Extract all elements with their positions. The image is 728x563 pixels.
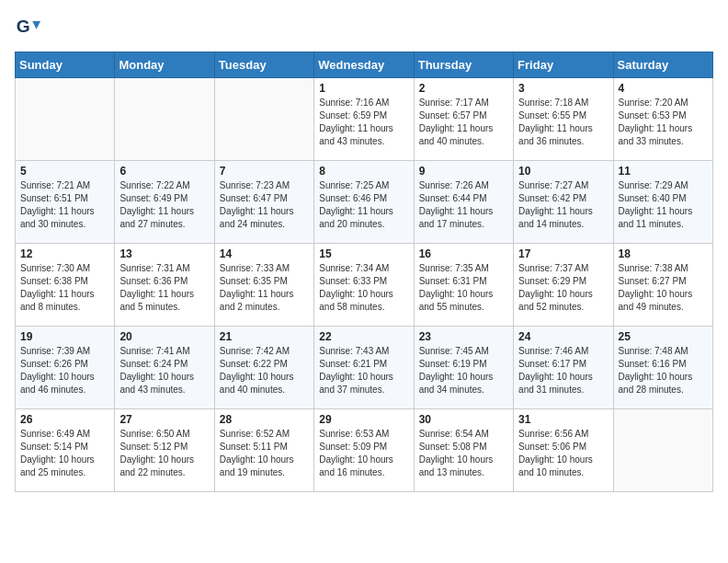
day-number: 26: [20, 413, 109, 426]
calendar-table: SundayMondayTuesdayWednesdayThursdayFrid…: [15, 52, 713, 492]
calendar-cell: 6Sunrise: 7:22 AM Sunset: 6:49 PM Daylig…: [115, 161, 214, 244]
calendar-cell: 29Sunrise: 6:53 AM Sunset: 5:09 PM Dayli…: [314, 409, 414, 492]
calendar-cell: 14Sunrise: 7:33 AM Sunset: 6:35 PM Dayli…: [214, 244, 313, 327]
day-number: 6: [119, 165, 209, 178]
day-info: Sunrise: 6:53 AM Sunset: 5:09 PM Dayligh…: [319, 428, 408, 479]
calendar-week-1: 1Sunrise: 7:16 AM Sunset: 6:59 PM Daylig…: [16, 78, 713, 161]
day-info: Sunrise: 6:52 AM Sunset: 5:11 PM Dayligh…: [220, 428, 309, 479]
calendar-cell: 8Sunrise: 7:25 AM Sunset: 6:46 PM Daylig…: [314, 161, 414, 244]
day-info: Sunrise: 7:18 AM Sunset: 6:55 PM Dayligh…: [518, 97, 608, 148]
day-number: 27: [119, 413, 209, 426]
day-number: 5: [20, 165, 109, 178]
day-number: 13: [119, 247, 209, 260]
day-info: Sunrise: 7:45 AM Sunset: 6:19 PM Dayligh…: [419, 345, 508, 396]
day-info: Sunrise: 7:20 AM Sunset: 6:53 PM Dayligh…: [619, 97, 708, 148]
day-number: 15: [319, 247, 408, 260]
calendar-cell: [115, 78, 214, 161]
day-info: Sunrise: 7:16 AM Sunset: 6:59 PM Dayligh…: [319, 97, 408, 148]
calendar-cell: 31Sunrise: 6:56 AM Sunset: 5:06 PM Dayli…: [514, 409, 613, 492]
day-info: Sunrise: 7:17 AM Sunset: 6:57 PM Dayligh…: [419, 97, 508, 148]
calendar-week-3: 12Sunrise: 7:30 AM Sunset: 6:38 PM Dayli…: [16, 244, 713, 327]
day-info: Sunrise: 7:29 AM Sunset: 6:40 PM Dayligh…: [619, 179, 708, 231]
calendar-cell: [214, 78, 313, 161]
day-number: 12: [20, 247, 109, 260]
calendar-header-row: SundayMondayTuesdayWednesdayThursdayFrid…: [16, 52, 713, 78]
day-info: Sunrise: 7:26 AM Sunset: 6:44 PM Dayligh…: [419, 179, 508, 231]
day-info: Sunrise: 6:50 AM Sunset: 5:12 PM Dayligh…: [119, 428, 209, 479]
page-header: G: [15, 15, 713, 40]
day-number: 30: [419, 413, 508, 426]
day-number: 11: [619, 165, 708, 178]
logo-icon: G: [15, 15, 40, 40]
calendar-cell: 25Sunrise: 7:48 AM Sunset: 6:16 PM Dayli…: [613, 327, 712, 409]
day-number: 4: [619, 82, 708, 95]
calendar-cell: 3Sunrise: 7:18 AM Sunset: 6:55 PM Daylig…: [514, 78, 613, 161]
calendar-week-2: 5Sunrise: 7:21 AM Sunset: 6:51 PM Daylig…: [16, 161, 713, 244]
calendar-cell: 4Sunrise: 7:20 AM Sunset: 6:53 PM Daylig…: [613, 78, 712, 161]
day-info: Sunrise: 7:23 AM Sunset: 6:47 PM Dayligh…: [220, 179, 309, 231]
calendar-week-5: 26Sunrise: 6:49 AM Sunset: 5:14 PM Dayli…: [16, 409, 713, 492]
day-info: Sunrise: 7:43 AM Sunset: 6:21 PM Dayligh…: [319, 345, 408, 396]
day-header-tuesday: Tuesday: [214, 52, 313, 78]
day-number: 21: [220, 330, 309, 343]
day-header-monday: Monday: [115, 52, 214, 78]
calendar-cell: 9Sunrise: 7:26 AM Sunset: 6:44 PM Daylig…: [414, 161, 513, 244]
day-number: 28: [220, 413, 309, 426]
day-info: Sunrise: 7:42 AM Sunset: 6:22 PM Dayligh…: [220, 345, 309, 396]
day-number: 8: [319, 165, 408, 178]
day-number: 22: [319, 330, 408, 343]
svg-text:G: G: [17, 17, 30, 36]
calendar-cell: 17Sunrise: 7:37 AM Sunset: 6:29 PM Dayli…: [514, 244, 613, 327]
day-info: Sunrise: 7:21 AM Sunset: 6:51 PM Dayligh…: [20, 179, 109, 231]
calendar-cell: 24Sunrise: 7:46 AM Sunset: 6:17 PM Dayli…: [514, 327, 613, 409]
day-info: Sunrise: 7:35 AM Sunset: 6:31 PM Dayligh…: [419, 262, 508, 314]
calendar-cell: 21Sunrise: 7:42 AM Sunset: 6:22 PM Dayli…: [214, 327, 313, 409]
day-info: Sunrise: 6:49 AM Sunset: 5:14 PM Dayligh…: [20, 428, 109, 479]
day-info: Sunrise: 6:54 AM Sunset: 5:08 PM Dayligh…: [419, 428, 508, 479]
day-number: 29: [319, 413, 408, 426]
day-number: 31: [518, 413, 608, 426]
day-number: 18: [619, 247, 708, 260]
calendar-cell: 20Sunrise: 7:41 AM Sunset: 6:24 PM Dayli…: [115, 327, 214, 409]
calendar-cell: 15Sunrise: 7:34 AM Sunset: 6:33 PM Dayli…: [314, 244, 414, 327]
calendar-cell: 11Sunrise: 7:29 AM Sunset: 6:40 PM Dayli…: [613, 161, 712, 244]
day-info: Sunrise: 7:38 AM Sunset: 6:27 PM Dayligh…: [619, 262, 708, 314]
calendar-cell: [613, 409, 712, 492]
day-number: 23: [419, 330, 508, 343]
day-header-saturday: Saturday: [613, 52, 712, 78]
day-header-sunday: Sunday: [16, 52, 115, 78]
day-number: 24: [518, 330, 608, 343]
calendar-cell: 23Sunrise: 7:45 AM Sunset: 6:19 PM Dayli…: [414, 327, 513, 409]
day-info: Sunrise: 7:27 AM Sunset: 6:42 PM Dayligh…: [518, 179, 608, 231]
day-info: Sunrise: 7:41 AM Sunset: 6:24 PM Dayligh…: [119, 345, 209, 396]
calendar-cell: [16, 78, 115, 161]
day-number: 14: [220, 247, 309, 260]
day-number: 1: [319, 82, 408, 95]
day-number: 7: [220, 165, 309, 178]
svg-marker-1: [32, 21, 40, 29]
day-info: Sunrise: 7:30 AM Sunset: 6:38 PM Dayligh…: [20, 262, 109, 314]
calendar-cell: 12Sunrise: 7:30 AM Sunset: 6:38 PM Dayli…: [16, 244, 115, 327]
day-info: Sunrise: 7:34 AM Sunset: 6:33 PM Dayligh…: [319, 262, 408, 314]
day-number: 3: [518, 82, 608, 95]
day-header-thursday: Thursday: [414, 52, 513, 78]
calendar-cell: 7Sunrise: 7:23 AM Sunset: 6:47 PM Daylig…: [214, 161, 313, 244]
calendar-cell: 10Sunrise: 7:27 AM Sunset: 6:42 PM Dayli…: [514, 161, 613, 244]
day-info: Sunrise: 6:56 AM Sunset: 5:06 PM Dayligh…: [518, 428, 608, 479]
calendar-week-4: 19Sunrise: 7:39 AM Sunset: 6:26 PM Dayli…: [16, 327, 713, 409]
day-number: 16: [419, 247, 508, 260]
calendar-cell: 28Sunrise: 6:52 AM Sunset: 5:11 PM Dayli…: [214, 409, 313, 492]
logo: G: [15, 15, 44, 40]
day-info: Sunrise: 7:22 AM Sunset: 6:49 PM Dayligh…: [119, 179, 209, 231]
calendar-cell: 2Sunrise: 7:17 AM Sunset: 6:57 PM Daylig…: [414, 78, 513, 161]
day-info: Sunrise: 7:31 AM Sunset: 6:36 PM Dayligh…: [119, 262, 209, 314]
day-info: Sunrise: 7:39 AM Sunset: 6:26 PM Dayligh…: [20, 345, 109, 396]
day-number: 17: [518, 247, 608, 260]
day-number: 20: [119, 330, 209, 343]
calendar-cell: 13Sunrise: 7:31 AM Sunset: 6:36 PM Dayli…: [115, 244, 214, 327]
calendar-cell: 27Sunrise: 6:50 AM Sunset: 5:12 PM Dayli…: [115, 409, 214, 492]
day-info: Sunrise: 7:33 AM Sunset: 6:35 PM Dayligh…: [220, 262, 309, 314]
day-header-wednesday: Wednesday: [314, 52, 414, 78]
calendar-cell: 26Sunrise: 6:49 AM Sunset: 5:14 PM Dayli…: [16, 409, 115, 492]
day-number: 10: [518, 165, 608, 178]
